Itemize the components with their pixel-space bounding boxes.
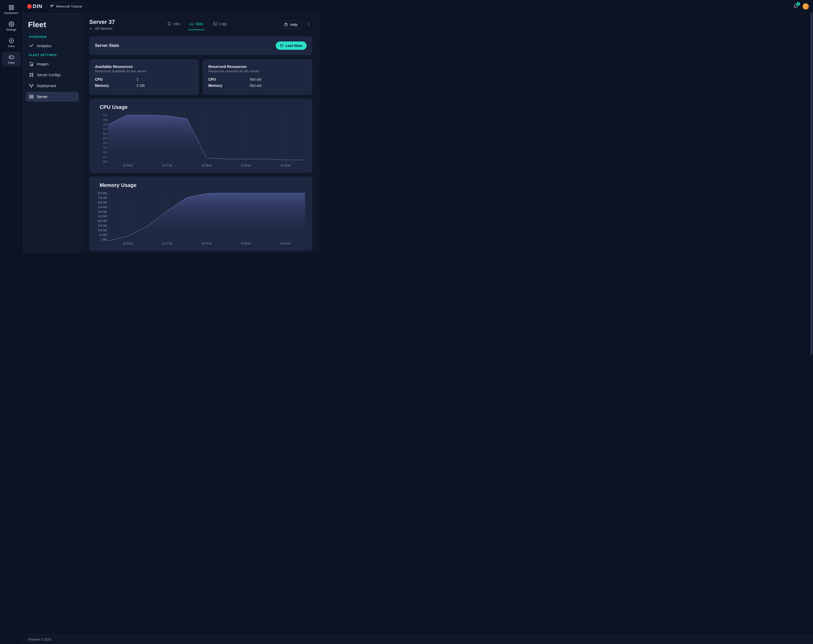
topbar: ⬢ DIN Minecraft Tutorial 9 xyxy=(23,0,320,13)
sidebar-item-label: Images xyxy=(37,62,49,66)
svg-rect-22 xyxy=(213,23,216,25)
server-icon xyxy=(29,94,34,99)
gear-icon xyxy=(9,21,14,27)
more-vertical-icon xyxy=(307,22,311,26)
card-subtitle: Resources reserved for the server xyxy=(208,69,307,73)
images-icon xyxy=(29,62,34,66)
main: Server 37 All Servers Info Stats Logs xyxy=(82,13,320,253)
svg-rect-6 xyxy=(9,56,14,59)
chart-title: Memory Usage xyxy=(100,182,306,188)
stats-icon xyxy=(189,22,193,26)
calendar-icon xyxy=(280,44,284,47)
tab-logs[interactable]: Logs xyxy=(212,19,228,30)
cpu-value: Not set xyxy=(250,77,261,81)
stats-header-card: Server Stats Last Hour xyxy=(89,36,312,55)
svg-point-17 xyxy=(32,84,33,85)
svg-rect-27 xyxy=(280,44,283,47)
logo[interactable]: ⬢ DIN xyxy=(27,3,42,10)
deployment-icon xyxy=(29,84,34,88)
svg-point-12 xyxy=(29,73,31,74)
time-range-selector[interactable]: Last Hour xyxy=(276,41,307,50)
svg-point-15 xyxy=(32,75,33,77)
svg-rect-2 xyxy=(9,8,11,9)
sidebar-item-images[interactable]: Images xyxy=(26,59,79,69)
back-link[interactable]: All Servers xyxy=(89,26,115,31)
svg-point-14 xyxy=(29,75,31,77)
svg-rect-20 xyxy=(29,97,33,98)
card-title: Reserved Resources xyxy=(208,64,307,69)
configs-icon xyxy=(29,73,34,77)
svg-rect-9 xyxy=(53,5,54,6)
cpu-label: CPU xyxy=(95,77,137,81)
rail-fleet[interactable]: Fleet xyxy=(2,52,21,66)
available-resources-card: Available Resources Resources available … xyxy=(89,59,199,95)
sidebar-item-label: Deployment xyxy=(37,84,56,88)
memory-label: Memory xyxy=(208,84,250,88)
analytics-icon xyxy=(29,44,34,48)
sidebar-item-analytics[interactable]: Analytics xyxy=(26,41,79,51)
logo-text: DIN xyxy=(33,3,42,9)
cpu-chart: 1.00.90.80.70.60.50.40.30.20.10.0 16:26:… xyxy=(95,114,306,168)
svg-rect-19 xyxy=(29,95,33,96)
tabs: Info Stats Logs xyxy=(166,19,228,30)
svg-rect-3 xyxy=(12,8,13,9)
sidebar-item-label: Analytics xyxy=(37,44,51,48)
cpu-value: 1 xyxy=(137,77,138,81)
svg-rect-8 xyxy=(52,5,53,6)
back-label: All Servers xyxy=(95,26,113,31)
help-label: Help xyxy=(290,23,298,27)
memory-label: Memory xyxy=(95,84,137,88)
logo-mark-icon: ⬢ xyxy=(27,3,32,10)
page-title: Server 37 xyxy=(89,19,115,25)
svg-point-16 xyxy=(29,84,30,85)
tab-info[interactable]: Info xyxy=(166,19,181,30)
card-subtitle: Resources available for the server xyxy=(95,69,193,73)
svg-rect-0 xyxy=(9,5,11,7)
logs-icon xyxy=(213,22,217,26)
reserved-resources-card: Reserved Resources Resources reserved fo… xyxy=(202,59,312,95)
memory-value: Not set xyxy=(250,84,261,88)
card-title: Available Resources xyxy=(95,64,193,69)
gamepad-icon xyxy=(9,54,14,60)
sidebar-item-server[interactable]: Server xyxy=(26,92,79,102)
time-range-label: Last Hour xyxy=(285,44,302,48)
rail-label: Settings xyxy=(6,28,17,31)
section-fleet-settings: FLEET SETTINGS xyxy=(29,54,76,57)
section-overview: OVERVIEW xyxy=(29,35,76,38)
svg-point-13 xyxy=(32,73,33,74)
project-name: Minecraft Tutorial xyxy=(56,5,82,8)
page-header: Server 37 All Servers Info Stats Logs xyxy=(82,13,320,33)
memory-chart-card: Memory Usage 820 MB738 MB656 MB574 MB492… xyxy=(89,177,312,251)
arrow-left-icon xyxy=(89,27,93,30)
svg-rect-10 xyxy=(51,6,52,7)
help-button[interactable]: Help xyxy=(279,20,302,29)
svg-point-18 xyxy=(31,87,32,87)
rail-dashboard[interactable]: Dashboard xyxy=(2,2,21,17)
more-button[interactable] xyxy=(305,20,312,29)
svg-rect-1 xyxy=(12,5,13,7)
rail-settings[interactable]: Settings xyxy=(2,19,21,33)
memory-chart: 820 MB738 MB656 MB574 MB492 MB410 MB328 … xyxy=(95,192,306,246)
rail-label: Dashboard xyxy=(5,11,18,15)
rail-voice[interactable]: Voice xyxy=(2,35,21,50)
cpu-label: CPU xyxy=(208,77,250,81)
voice-icon xyxy=(9,38,14,44)
sidebar-item-deployment[interactable]: Deployment xyxy=(26,81,79,91)
project-selector[interactable]: Minecraft Tutorial xyxy=(46,3,86,10)
chart-title: CPU Usage xyxy=(100,104,306,110)
rail-label: Fleet xyxy=(8,61,14,64)
svg-point-25 xyxy=(308,24,309,24)
tab-label: Info xyxy=(173,22,179,26)
sidebar-item-server-configs[interactable]: Server Configs xyxy=(26,70,79,80)
svg-point-26 xyxy=(308,25,309,26)
info-icon xyxy=(167,22,172,26)
tab-stats[interactable]: Stats xyxy=(188,19,205,30)
sidebar-item-label: Server Configs xyxy=(37,73,61,77)
tab-label: Logs xyxy=(219,22,227,26)
rail-label: Voice xyxy=(8,44,15,48)
sidebar: Fleet OVERVIEW Analytics FLEET SETTINGS … xyxy=(23,13,82,253)
stats-title: Server Stats xyxy=(95,43,119,48)
memory-value: 2 GB xyxy=(137,84,145,88)
apps-icon xyxy=(50,5,54,8)
svg-rect-7 xyxy=(51,5,52,6)
